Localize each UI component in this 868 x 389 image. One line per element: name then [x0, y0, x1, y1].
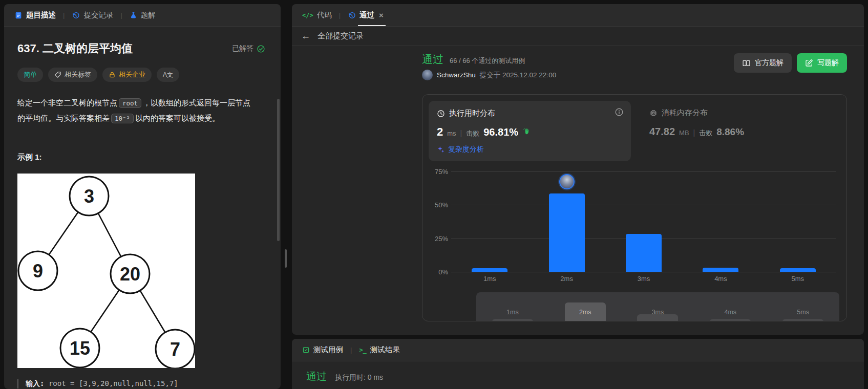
editor-tabbar: </> 代码 | 通过 × — [292, 4, 864, 27]
tab-testcase[interactable]: 测试用例 — [300, 339, 345, 361]
binary-tree-svg: 3 9 20 15 7 — [17, 174, 195, 368]
inline-code-root: root — [119, 98, 141, 108]
beat-label: 击败 — [466, 129, 479, 138]
book-icon — [742, 59, 751, 68]
brush-bar-5ms — [782, 319, 823, 321]
memory-value: 47.82 — [649, 126, 675, 138]
x-tick-label: 5ms — [759, 275, 836, 283]
input-code: root = [3,9,20,null,null,15,7] — [49, 379, 178, 387]
example-heading: 示例 1: — [17, 153, 267, 162]
tree-node: 7 — [170, 339, 180, 360]
description-text: 给定一个非空二叉树的根节点 — [17, 98, 117, 107]
problem-tabbar: 题目描述 | 提交记录 | 题解 — [4, 4, 281, 27]
close-icon[interactable]: × — [379, 11, 384, 19]
runtime-distribution-card: 执行用时分布 2 ms | 击败 96.81% — [422, 94, 847, 321]
tab-divider: | — [63, 11, 65, 19]
chart-brush[interactable]: 1ms 2ms 3ms 4ms 5ms — [476, 292, 839, 321]
y-tick-label: 0% — [426, 268, 448, 276]
brush-tick-label: 3ms — [622, 309, 694, 316]
tab-divider: | — [120, 11, 122, 19]
brush-minibars — [476, 292, 839, 321]
problem-description: 给定一个非空二叉树的根节点root，以数组的形式返回每一层节点的平均值。与实际答… — [17, 95, 258, 126]
bar-slot — [451, 171, 528, 272]
tab-accepted[interactable]: 通过 × — [346, 4, 386, 26]
submission-detail-header: ← 全部提交记录 — [292, 27, 864, 46]
workspace: 题目描述 | 提交记录 | 题解 637. 二叉树的层平均值 已解答 — [0, 0, 868, 389]
info-icon[interactable] — [615, 107, 624, 117]
runtime-bar-2ms[interactable] — [549, 193, 585, 272]
submission-panel: </> 代码 | 通过 × ← 全部提交记录 通过 66 / 66 个通过的测试… — [292, 4, 864, 335]
runtime-value: 2 — [437, 125, 443, 139]
tab-submissions-label: 提交记录 — [83, 10, 113, 20]
related-companies-pill[interactable]: 相关企业 — [102, 68, 152, 82]
brush-tick-label: 1ms — [476, 309, 549, 316]
tab-divider: | — [339, 11, 341, 19]
all-submissions-link[interactable]: 全部提交记录 — [317, 31, 364, 41]
bar-slot — [682, 171, 759, 272]
tab-code[interactable]: </> 代码 — [300, 4, 334, 26]
y-tick-label: 75% — [426, 168, 448, 176]
brush-tick-label: 2ms — [549, 309, 622, 316]
back-arrow-icon[interactable]: ← — [301, 31, 310, 41]
tab-accepted-label: 通过 — [359, 10, 374, 20]
solved-label: 已解答 — [232, 44, 253, 53]
bar-slot — [528, 171, 605, 272]
memory-stat-block[interactable]: 消耗内存分布 47.82 MB | 击败 8.86% — [649, 108, 834, 138]
runtime-stat-block[interactable]: 执行用时分布 2 ms | 击败 96.81% — [429, 101, 631, 161]
divider: | — [693, 128, 695, 137]
runtime-bar-4ms[interactable] — [703, 268, 738, 272]
write-solution-button[interactable]: 写题解 — [797, 53, 847, 73]
memory-beat-percent: 8.86% — [716, 126, 744, 138]
problem-panel: 题目描述 | 提交记录 | 题解 637. 二叉树的层平均值 已解答 — [4, 4, 281, 389]
y-tick-label: 50% — [426, 201, 448, 209]
lock-icon — [109, 71, 116, 78]
test-result-status: 通过 — [306, 370, 327, 383]
tab-solutions[interactable]: 题解 — [128, 4, 158, 26]
tree-node: 20 — [120, 264, 140, 285]
terminal-icon: >_ — [359, 347, 366, 354]
left-panel-scrollbar[interactable] — [277, 99, 280, 241]
tag-pill-row: 简单 相关标签 相关企业 A文 — [17, 68, 267, 82]
tab-solutions-label: 题解 — [141, 10, 156, 20]
translate-label: A文 — [163, 71, 173, 79]
official-solution-button[interactable]: 官方题解 — [734, 53, 792, 73]
tab-test-result[interactable]: >_ 测试结果 — [357, 339, 401, 361]
tab-code-label: 代码 — [317, 10, 332, 20]
brush-bar-4ms — [710, 319, 751, 321]
runtime-bar-3ms[interactable] — [626, 234, 662, 272]
y-tick-label: 25% — [426, 235, 448, 243]
tree-node: 15 — [70, 338, 90, 359]
runtime-bars — [451, 171, 836, 272]
submission-time: 提交于 2025.12.02 22:00 — [480, 71, 556, 80]
active-tab-underline — [358, 25, 386, 26]
tab-test-result-label: 测试结果 — [370, 345, 400, 355]
brush-tick-label: 5ms — [767, 309, 839, 316]
tab-description[interactable]: 题目描述 — [12, 4, 58, 26]
translate-pill[interactable]: A文 — [157, 68, 179, 82]
brush-labels: 1ms 2ms 3ms 4ms 5ms — [476, 309, 839, 316]
sparkle-icon — [437, 145, 445, 154]
bar-slot — [605, 171, 682, 272]
chip-icon — [649, 109, 658, 117]
tree-node: 9 — [33, 261, 43, 282]
complexity-analysis-link[interactable]: 复杂度分析 — [437, 145, 623, 154]
related-tags-pill[interactable]: 相关标签 — [48, 68, 97, 82]
runtime-bar-5ms[interactable] — [780, 268, 816, 272]
example-input-line: 输入: root = [3,9,20,null,null,15,7] — [17, 379, 178, 388]
edit-icon — [805, 59, 813, 67]
x-tick-label: 1ms — [451, 275, 528, 283]
difficulty-pill[interactable]: 简单 — [17, 68, 43, 82]
problem-title: 637. 二叉树的层平均值 — [17, 41, 133, 56]
input-label: 输入: — [26, 379, 44, 387]
panel-resize-handle[interactable] — [285, 249, 287, 268]
brush-tick-label: 4ms — [694, 309, 767, 316]
beat-label: 击败 — [699, 128, 712, 138]
tab-submissions[interactable]: 提交记录 — [70, 4, 115, 26]
current-submission-marker[interactable] — [559, 174, 575, 189]
related-tags-label: 相关标签 — [65, 70, 91, 79]
solved-badge: 已解答 — [232, 44, 265, 53]
runtime-bar-1ms[interactable] — [472, 268, 507, 272]
runtime-chart-plot — [451, 171, 836, 272]
checkbox-icon — [302, 346, 310, 354]
x-tick-label: 2ms — [528, 275, 605, 283]
